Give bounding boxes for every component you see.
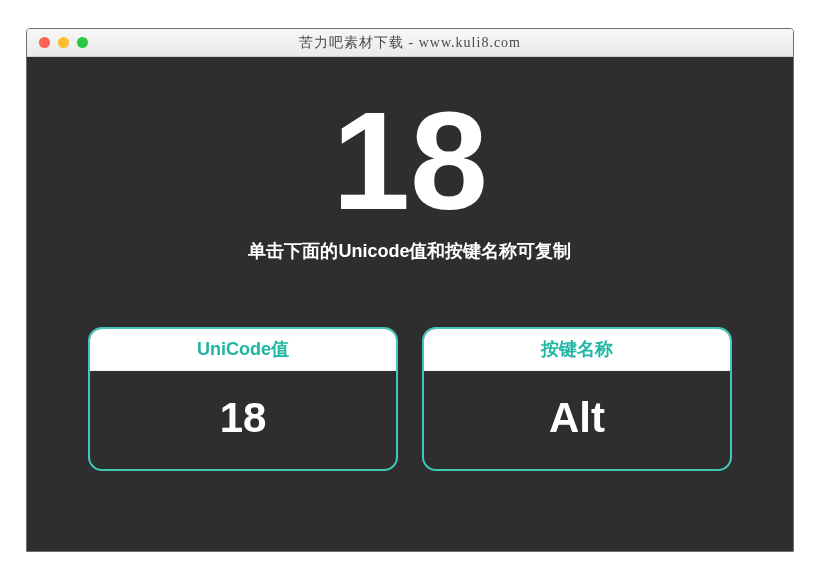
minimize-icon[interactable]: [58, 37, 69, 48]
traffic-lights: [27, 37, 88, 48]
close-icon[interactable]: [39, 37, 50, 48]
content-area: 18 单击下面的Unicode值和按键名称可复制 UniCode值 18 按键名…: [27, 57, 793, 551]
keycode-display: 18: [332, 91, 488, 231]
unicode-card[interactable]: UniCode值 18: [88, 327, 398, 471]
app-window: 苦力吧素材下载 - www.kuli8.com 18 单击下面的Unicode值…: [26, 28, 794, 552]
titlebar: 苦力吧素材下载 - www.kuli8.com: [27, 29, 793, 57]
keyname-card-header: 按键名称: [424, 329, 730, 371]
instruction-text: 单击下面的Unicode值和按键名称可复制: [248, 239, 571, 263]
maximize-icon[interactable]: [77, 37, 88, 48]
cards-row: UniCode值 18 按键名称 Alt: [67, 327, 753, 471]
unicode-card-header: UniCode值: [90, 329, 396, 371]
unicode-card-value: 18: [90, 371, 396, 469]
keyname-card-value: Alt: [424, 371, 730, 469]
keyname-card[interactable]: 按键名称 Alt: [422, 327, 732, 471]
window-title: 苦力吧素材下载 - www.kuli8.com: [27, 34, 793, 52]
